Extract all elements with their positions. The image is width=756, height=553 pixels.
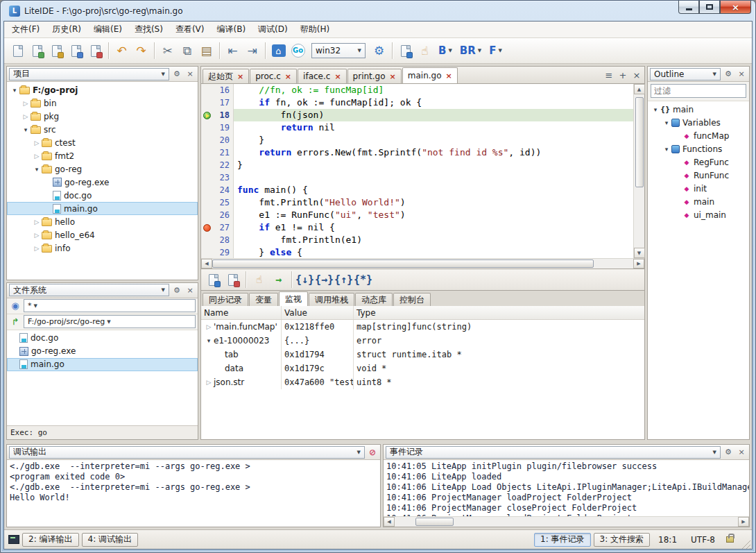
line-number[interactable]: 26 bbox=[212, 209, 234, 221]
outline-item[interactable]: ◆funcMap bbox=[648, 129, 749, 142]
outline-item[interactable]: ▾Functions bbox=[648, 142, 749, 155]
close-button[interactable]: × bbox=[720, 1, 751, 14]
build-menu-button[interactable]: B▼ bbox=[435, 42, 456, 59]
close-panel-icon[interactable]: × bbox=[184, 69, 196, 80]
collapse-icon[interactable]: ▾ bbox=[32, 166, 42, 173]
gear-icon[interactable]: ⚙ bbox=[723, 69, 734, 80]
code-line[interactable]: 26 e1 := RunFunc("ui", "test") bbox=[201, 209, 633, 221]
project-tree-item[interactable]: main.go bbox=[7, 202, 198, 215]
line-number[interactable]: 22 bbox=[212, 159, 234, 171]
editor-tab[interactable]: print.go× bbox=[347, 69, 402, 83]
line-number[interactable]: 20 bbox=[212, 134, 234, 146]
debug-output-combo[interactable]: 调试输出 ▼ bbox=[9, 446, 365, 459]
close-panel-icon[interactable]: × bbox=[736, 69, 747, 80]
code-line[interactable]: 24func main() { bbox=[201, 184, 633, 196]
paste-icon[interactable]: ▤ bbox=[197, 42, 216, 60]
debug-tab[interactable]: 同步记录 bbox=[203, 293, 248, 306]
code-line[interactable]: 22} bbox=[201, 159, 633, 171]
watch-row[interactable]: ▷json.str0x47a600 "test"uint8 * bbox=[201, 375, 644, 389]
scroll-right-icon[interactable]: ▶ bbox=[738, 517, 749, 527]
expand-icon[interactable]: ▷ bbox=[204, 323, 214, 330]
outline-item[interactable]: ▾{}main bbox=[648, 103, 749, 116]
project-tree-item[interactable]: doc.go bbox=[7, 189, 198, 202]
statusbar-button[interactable]: 4: 调试输出 bbox=[82, 533, 139, 547]
stop-process-icon[interactable]: ⊘ bbox=[367, 447, 378, 458]
show-current-line-icon[interactable] bbox=[204, 271, 223, 289]
continue-icon[interactable]: → bbox=[269, 271, 288, 289]
filesystem-item[interactable]: go-reg.exe bbox=[7, 345, 198, 358]
close-tab-icon[interactable]: × bbox=[285, 73, 291, 80]
menu-item[interactable]: 查看(V) bbox=[169, 22, 211, 37]
watch-column-header[interactable]: Name bbox=[201, 306, 282, 319]
expand-icon[interactable]: ▷ bbox=[32, 245, 42, 252]
editor-tab[interactable]: main.go× bbox=[402, 67, 458, 83]
debug-tab[interactable]: 调用堆栈 bbox=[309, 293, 354, 306]
project-panel-combo[interactable]: 项目 ▼ bbox=[9, 68, 169, 80]
outline-item[interactable]: ◆RunFunc bbox=[648, 169, 749, 182]
code-line[interactable]: 17 if fn, ok := funcMap[id]; ok { bbox=[201, 96, 633, 109]
debug-tab[interactable]: 动态库 bbox=[355, 293, 393, 306]
code-line[interactable]: 19 return nil bbox=[201, 121, 633, 134]
build-output-icon[interactable] bbox=[396, 42, 415, 60]
filesystem-item[interactable]: doc.go bbox=[7, 332, 198, 345]
project-tree-item[interactable]: ▷pkg bbox=[7, 110, 198, 123]
statusbar-button[interactable]: 2: 编译输出 bbox=[22, 533, 79, 547]
collapse-icon[interactable]: ▾ bbox=[21, 126, 31, 133]
build-run-menu-button[interactable]: BR▼ bbox=[456, 42, 485, 59]
scrollbar-thumb[interactable] bbox=[635, 97, 644, 187]
code-area[interactable]: 16 //fn, ok := funcMap[id]17 if fn, ok :… bbox=[201, 84, 633, 258]
scroll-down-icon[interactable]: ▼ bbox=[634, 248, 645, 258]
settings-gear-icon[interactable]: ⚙ bbox=[370, 42, 388, 60]
gear-icon[interactable]: ⚙ bbox=[723, 447, 734, 458]
expand-icon[interactable]: ▷ bbox=[204, 379, 214, 386]
step-into-icon[interactable]: {↓} bbox=[295, 271, 314, 289]
current-line-marker[interactable] bbox=[201, 109, 212, 121]
editor-tab[interactable]: 起始页× bbox=[203, 69, 249, 83]
collapse-icon[interactable]: ▾ bbox=[651, 106, 660, 113]
menu-item[interactable]: 文件(F) bbox=[6, 22, 46, 37]
expand-icon[interactable]: ▷ bbox=[32, 139, 42, 146]
project-tree-item[interactable]: ▷fmt2 bbox=[7, 149, 198, 162]
collapse-icon[interactable]: ▾ bbox=[662, 119, 671, 126]
event-log-horizontal-scrollbar[interactable]: ◀ ▶ bbox=[384, 516, 749, 527]
line-number[interactable]: 28 bbox=[212, 234, 234, 246]
project-tree-item[interactable]: ▷hello_e64 bbox=[7, 228, 198, 241]
code-line[interactable]: 16 //fn, ok := funcMap[id] bbox=[201, 84, 633, 96]
sync-folder-icon[interactable]: ↱ bbox=[9, 316, 22, 327]
watch-row[interactable]: data0x1d179cvoid * bbox=[201, 361, 644, 375]
project-tree-item[interactable]: ▾src bbox=[7, 123, 198, 136]
close-tab-icon[interactable]: × bbox=[334, 73, 341, 80]
scrollbar-thumb[interactable] bbox=[212, 260, 594, 268]
gear-icon[interactable]: ⚙ bbox=[171, 284, 182, 296]
line-number[interactable]: 21 bbox=[212, 146, 234, 159]
watch-row[interactable]: ▷'main.funcMap'0x1218ffe0map[string]func… bbox=[201, 320, 644, 334]
new-file-icon[interactable] bbox=[8, 42, 27, 60]
outline-item[interactable]: ◆init bbox=[648, 182, 749, 195]
code-line[interactable]: 23 bbox=[201, 171, 633, 184]
indent-icon[interactable]: ⇥ bbox=[243, 42, 261, 60]
project-tree-item[interactable]: ▷ctest bbox=[7, 136, 198, 149]
save-file-icon[interactable] bbox=[67, 42, 85, 60]
close-tab-icon[interactable]: × bbox=[237, 73, 243, 80]
titlebar[interactable]: L LiteIDE - F:\go-proj\src\go-reg\main.g… bbox=[3, 1, 753, 21]
scroll-up-icon[interactable]: ▲ bbox=[634, 84, 645, 94]
editor-tab[interactable]: iface.c× bbox=[298, 69, 347, 83]
outline-panel-combo[interactable]: Outline ▼ bbox=[650, 68, 721, 80]
project-tree-item[interactable]: ▾F:/go-proj bbox=[7, 83, 198, 96]
console-icon[interactable] bbox=[8, 535, 19, 544]
close-editor-icon[interactable]: × bbox=[630, 69, 643, 81]
expand-icon[interactable]: ▷ bbox=[21, 113, 31, 120]
expand-icon[interactable]: ▷ bbox=[32, 153, 42, 160]
watch-row[interactable]: tab0x1d1794struct runtime.itab * bbox=[201, 348, 644, 361]
code-line[interactable]: 28 fmt.Println(e1) bbox=[201, 234, 633, 246]
code-line[interactable]: 21 return errors.New(fmt.Sprintf("not fi… bbox=[201, 146, 633, 159]
scrollbar-track[interactable] bbox=[594, 259, 633, 269]
code-line[interactable]: 18 fn(json) bbox=[201, 109, 633, 121]
statusbar-button[interactable]: 1: 事件记录 bbox=[534, 533, 591, 547]
close-panel-icon[interactable]: × bbox=[736, 447, 747, 458]
expand-icon[interactable]: ▷ bbox=[32, 232, 42, 239]
editor-horizontal-scrollbar[interactable]: ◀ ▶ bbox=[201, 258, 644, 269]
suspend-hand-icon[interactable]: ☝ bbox=[250, 271, 268, 289]
outline-item[interactable]: ▾Variables bbox=[648, 116, 749, 129]
cut-icon[interactable]: ✂ bbox=[158, 42, 177, 60]
